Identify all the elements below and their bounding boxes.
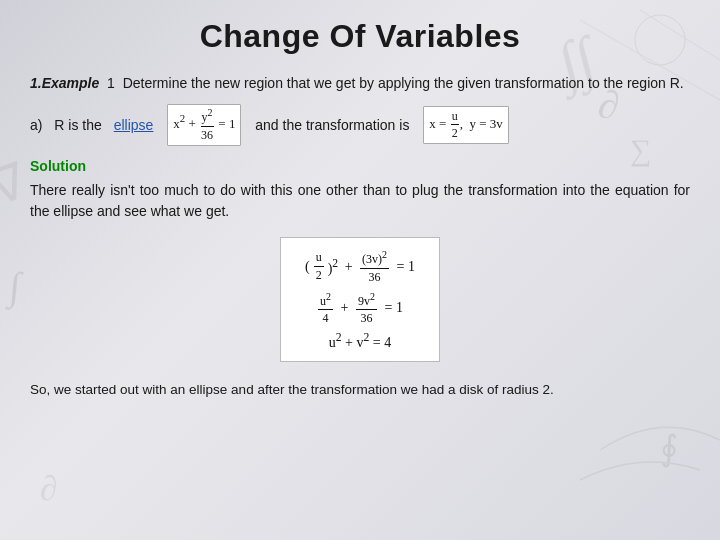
- math-step-3: u2 + v2 = 4: [329, 331, 391, 351]
- slide-content: Change Of Variables 1.Example 1 Determin…: [0, 0, 720, 540]
- example-text: Determine the new region that we get by …: [123, 75, 684, 91]
- math-block-container: ( u 2 )2 + (3v)2 36 = 1: [30, 237, 690, 362]
- math-block: ( u 2 )2 + (3v)2 36 = 1: [280, 237, 440, 362]
- transformation-equation: x = u2, y = 3v: [423, 106, 508, 145]
- part-a-label: a): [30, 117, 42, 133]
- slide-title: Change Of Variables: [30, 18, 690, 55]
- example-number: 1: [107, 75, 115, 91]
- footer-text: So, we started out with an ellipse and a…: [30, 380, 690, 401]
- ellipse-equation: x2 + y236 = 1: [167, 104, 241, 146]
- part-a-text-middle: and the transformation is: [255, 117, 409, 133]
- solution-text: There really isn't too much to do with t…: [30, 180, 690, 223]
- example-description: 1.Example 1 Determine the new region tha…: [30, 73, 690, 94]
- part-a-text-before: R is the: [54, 117, 101, 133]
- solution-label: Solution: [30, 158, 690, 174]
- example-label: 1.Example: [30, 75, 99, 91]
- part-a: a) R is the ellipse x2 + y236 = 1 and th…: [30, 104, 690, 146]
- ellipse-word: ellipse: [114, 117, 154, 133]
- math-step-1: ( u 2 )2 + (3v)2 36 = 1: [305, 248, 415, 286]
- math-step-2: u2 4 + 9v2 36 = 1: [317, 290, 403, 328]
- slide-container: ∫∫ ∂ ∑ ∇ ∫ ∂ ∮ Change Of Variables 1.Exa…: [0, 0, 720, 540]
